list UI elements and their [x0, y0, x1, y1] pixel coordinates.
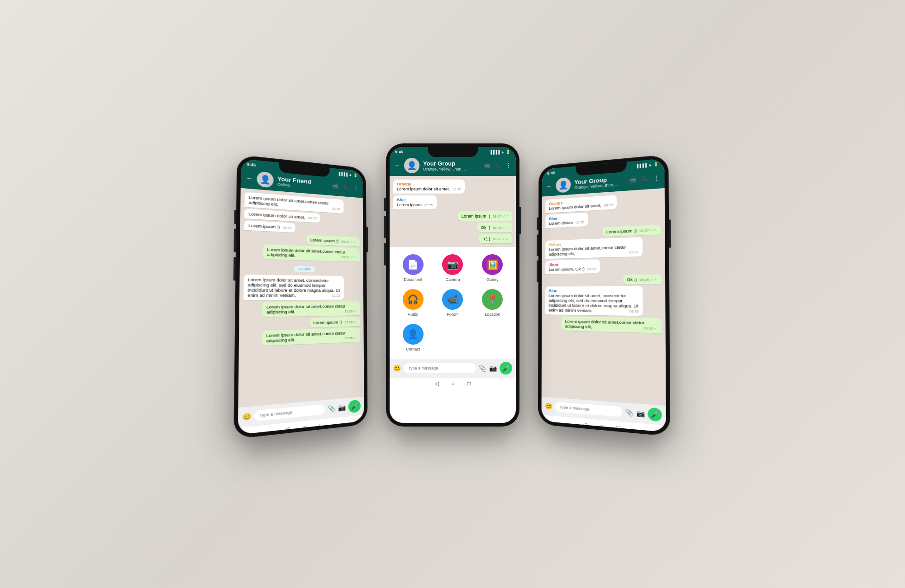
video-call-icon-left[interactable]: 📹	[332, 183, 338, 190]
nav-home-right[interactable]: ○	[600, 422, 603, 429]
notch-center	[428, 147, 477, 157]
attach-audio[interactable]: 🎧 Audio	[402, 289, 423, 317]
message-input-center[interactable]	[404, 363, 476, 373]
camera-icon: 📷	[442, 254, 463, 275]
audio-icon: 🎧	[402, 289, 423, 310]
camera-icon-right[interactable]: 📷	[636, 409, 645, 417]
attach-icon-right[interactable]: 📎	[625, 408, 633, 417]
nav-back-right[interactable]: ◁	[582, 421, 586, 428]
list-item: Lorem ipsum dolor sit amet,conse ctetur …	[262, 301, 360, 317]
more-icon-right[interactable]: ⋮	[653, 175, 659, 181]
gallery-icon: 🖼️	[482, 254, 503, 275]
attach-icon-left[interactable]: 📎	[328, 404, 335, 413]
mic-button-center[interactable]: 🎤	[500, 362, 512, 375]
attach-forum[interactable]: 📹 Forum	[442, 289, 463, 317]
list-item: Blue Lorem ipsum 09:25	[545, 213, 588, 228]
chat-header-center: ← 👤 Your Group Orange, Yellow, Jhon,... …	[390, 155, 516, 176]
chat-area-right: Orange Lorem ipsum dolor sit amet, 09:25…	[541, 188, 666, 405]
emoji-icon-right[interactable]: 😊	[545, 402, 552, 410]
attach-gallery[interactable]: 🖼️ Galery	[482, 254, 503, 282]
list-item: Lorem ipsum dolor sit amet,conse ctetur …	[262, 244, 359, 262]
list-item: Blue Lorem ipsum 09:25	[393, 195, 437, 209]
back-button-left[interactable]: ←	[246, 174, 253, 182]
list-item: Lorem ipsum dolor sit amet,conse ctetur …	[561, 317, 661, 333]
attach-camera[interactable]: 📷 Camera	[442, 254, 463, 282]
video-call-icon-right[interactable]: 📹	[629, 176, 636, 183]
nav-home-left[interactable]: ○	[303, 423, 306, 430]
time-center: 9:45	[395, 150, 403, 154]
phone-left-screen: 9:45 ▐▐▐▐ ▲ 🔋 ← 👤 Your Friend Online	[238, 159, 364, 435]
emoji-icon-center[interactable]: 😊	[393, 365, 401, 372]
avatar-left: 👤	[257, 171, 273, 188]
list-item: Lorem ipsum :) 11:26 ✓	[310, 317, 360, 327]
nav-back-center[interactable]: ◁	[434, 380, 438, 387]
time-right: 8:45	[547, 171, 555, 175]
phone-right-screen: 8:45 ▐▐▐▐ ▲ 🔋 ← 👤 Your Group Orange, Yel…	[541, 158, 666, 432]
list-item: Ok :) 09:29 ✓✓	[623, 274, 661, 284]
contact-icon: 👤	[402, 324, 423, 345]
header-actions-left: 📹 📞 ⋮	[332, 183, 358, 191]
back-button-right[interactable]: ←	[546, 183, 552, 190]
video-call-icon-center[interactable]: 📹	[483, 162, 490, 169]
attach-menu: 📄 Document 📷 Camera 🖼️ Galery 🎧 Audio 📹	[390, 247, 516, 359]
list-item: Lorem ipsum dolor sit amet, consectetur …	[243, 275, 344, 300]
avatar-center: 👤	[404, 158, 419, 173]
status-icons-right: ▐▐▐▐ ▲ 🔋	[635, 162, 658, 168]
list-item: Ok :) 09:29 ✓✓	[477, 223, 512, 232]
camera-icon-center[interactable]: 📷	[489, 365, 497, 372]
mic-button-left[interactable]: 🎤	[348, 399, 360, 413]
nav-square-left[interactable]: □	[319, 422, 323, 429]
list-item: Lorem ipsum dolor sit amet,conse ctetur …	[262, 328, 360, 346]
camera-icon-left[interactable]: 📷	[338, 403, 346, 412]
input-bar-center: 😊 📎 📷 🎤	[390, 359, 516, 377]
nav-square-center[interactable]: □	[467, 380, 471, 387]
list-item: :):):) 09:29 ✓✓	[478, 234, 512, 243]
back-button-center[interactable]: ←	[394, 162, 400, 169]
phone-right: 8:45 ▐▐▐▐ ▲ 🔋 ← 👤 Your Group Orange, Yel…	[538, 154, 670, 436]
attach-contact[interactable]: 👤 Contact	[402, 324, 423, 351]
nav-bar-center: ◁ ○ □	[390, 377, 516, 389]
location-label: Location	[485, 312, 500, 317]
attach-icon-center[interactable]: 📎	[479, 365, 486, 372]
today-divider: TODAY	[243, 262, 359, 273]
header-actions-center: 📹 📞 ⋮	[483, 162, 511, 169]
attach-location[interactable]: 📍 Location	[482, 289, 503, 317]
attach-document[interactable]: 📄 Document	[402, 254, 423, 282]
header-info-center: Your Group Orange, Yellow, Jhon,...	[423, 160, 480, 171]
camera-label: Camera	[445, 277, 460, 282]
nav-home-center[interactable]: ○	[451, 380, 454, 387]
header-info-left: Your Friend Online	[277, 175, 328, 190]
nav-square-right[interactable]: □	[616, 424, 620, 431]
phone-call-icon-right[interactable]: 📞	[641, 175, 648, 182]
header-info-right: Your Group Orange, Yellow, Jhon,...	[574, 175, 625, 190]
emoji-icon-left[interactable]: 😊	[242, 413, 251, 421]
phone-center-screen: 9:45 ▐▐▐▐ ▲ 🔋 ← 👤 Your Group Orange, Yel…	[390, 147, 516, 423]
phones-container: 9:45 ▐▐▐▐ ▲ 🔋 ← 👤 Your Friend Online	[241, 152, 664, 436]
time-left: 9:45	[247, 162, 256, 167]
status-icons-center: ▐▐▐▐ ▲ 🔋	[489, 150, 510, 154]
audio-label: Audio	[408, 312, 418, 317]
list-item: Lorem ipsum :) 09:27 ✓✓	[602, 225, 661, 237]
phone-call-icon-center[interactable]: 📞	[495, 162, 501, 169]
phone-call-icon-left[interactable]: 📞	[343, 184, 349, 190]
more-icon-center[interactable]: ⋮	[506, 162, 511, 169]
phone-left: 9:45 ▐▐▐▐ ▲ 🔋 ← 👤 Your Friend Online	[233, 154, 367, 439]
more-icon-left[interactable]: ⋮	[353, 185, 358, 191]
list-item: Orange Lorem ipsum dolor sit amet, 09:25	[393, 180, 465, 194]
list-item: Lorem ipsum :) 09:27 ✓✓	[457, 211, 512, 221]
contact-label: Contact	[406, 347, 420, 351]
list-item: Lorem ipsum :) 09:25	[244, 220, 295, 232]
location-icon: 📍	[482, 289, 503, 310]
chat-area-left: Lorem ipsum dolor sit amet,conse ctetur …	[238, 188, 364, 407]
mic-button-right[interactable]: 🎤	[648, 408, 662, 422]
list-item: Yellow Lorem ipsum dolor sit amet,conse …	[545, 237, 643, 259]
status-icons-left: ▐▐▐▐ ▲ 🔋	[338, 171, 357, 177]
nav-back-left[interactable]: ◁	[285, 425, 289, 432]
list-item: Jhon Lorem ipsum, Ok :) 09:29	[545, 259, 599, 274]
gallery-label: Galery	[486, 277, 498, 282]
avatar-right: 👤	[556, 177, 571, 193]
document-label: Document	[404, 277, 422, 282]
list-item: Lorem ipsum :) 09:27 ✓✓	[306, 235, 360, 246]
message-input-left[interactable]	[254, 404, 324, 421]
message-input-right[interactable]	[555, 402, 622, 417]
